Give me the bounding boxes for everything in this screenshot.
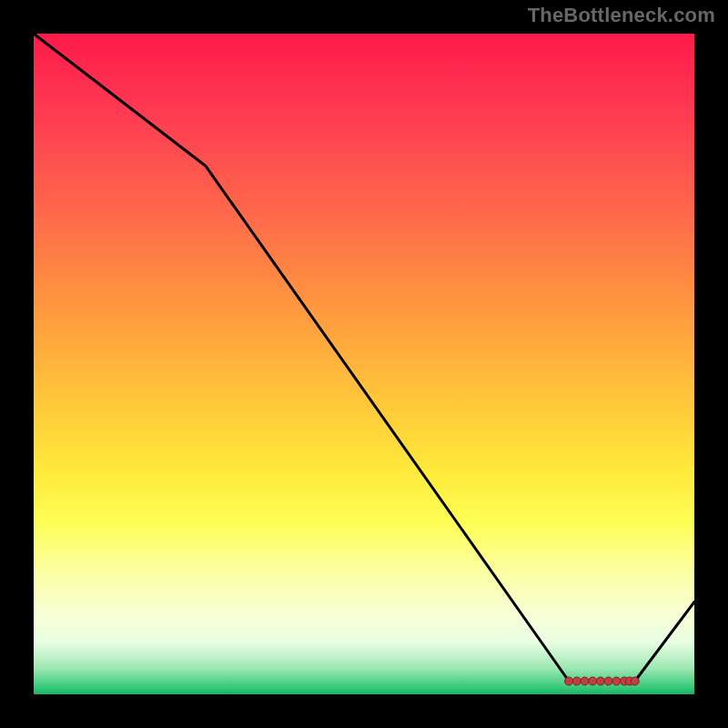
flat-marker-dot — [589, 677, 597, 685]
flat-marker-dot — [565, 677, 573, 685]
flat-marker-dot — [572, 677, 581, 685]
plot-area — [34, 34, 694, 694]
flat-marker-dot — [604, 677, 612, 685]
series-line — [34, 34, 694, 682]
flat-marker-dot — [581, 677, 589, 685]
watermark-text: TheBottleneck.com — [528, 4, 715, 27]
flat-marker-dot — [612, 677, 621, 685]
flat-marker-dot — [596, 677, 604, 685]
chart-stage: TheBottleneck.com — [0, 0, 728, 728]
flat-marker-dot — [631, 677, 639, 685]
flat-region-markers — [565, 677, 640, 685]
chart-overlay — [34, 34, 694, 694]
